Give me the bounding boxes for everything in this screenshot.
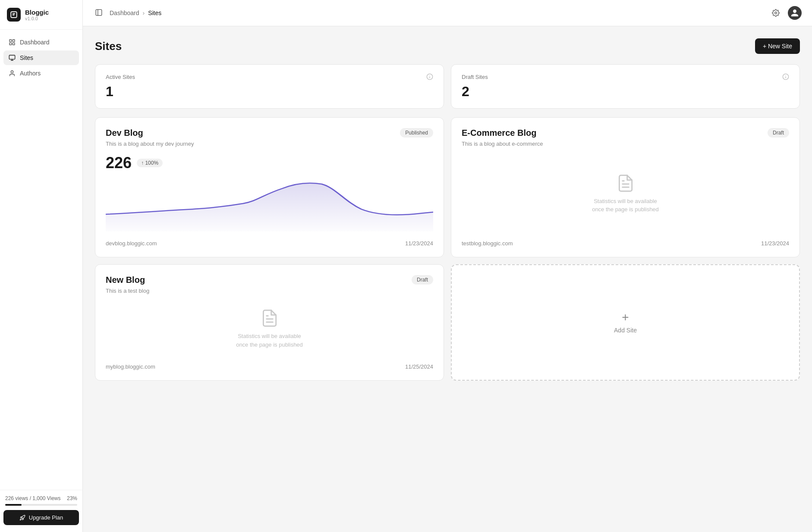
ecommerce-blog-badge: Draft: [768, 128, 789, 138]
sidebar-label-dashboard: Dashboard: [20, 39, 50, 46]
sidebar-icon: [95, 9, 103, 16]
new-blog-url: myblog.bloggic.com: [106, 363, 155, 370]
new-blog-badge: Draft: [412, 275, 433, 285]
active-sites-value: 1: [106, 84, 433, 100]
breadcrumb-separator: ›: [143, 9, 145, 16]
sidebar-label-authors: Authors: [20, 70, 41, 77]
dev-blog-stat-badge: ↑ 100%: [137, 159, 163, 167]
page-title: Sites: [95, 40, 122, 53]
new-site-button[interactable]: + New Site: [755, 38, 800, 54]
add-site-card[interactable]: + Add Site: [451, 264, 800, 381]
sidebar-item-dashboard[interactable]: Dashboard: [3, 35, 79, 50]
info-icon-draft[interactable]: [782, 73, 789, 80]
stat-card-draft: Draft Sites 2: [451, 64, 800, 109]
app-version: v1.0.0: [25, 16, 49, 21]
sites-grid: Dev Blog Published This is a blog about …: [95, 117, 800, 381]
views-label: 226 views / 1,000 Views: [5, 495, 61, 501]
dev-blog-chart: [106, 175, 433, 233]
views-pct: 23%: [67, 495, 77, 501]
breadcrumb-parent[interactable]: Dashboard: [110, 9, 139, 16]
topbar: Dashboard › Sites: [83, 0, 812, 26]
new-blog-date: 11/25/2024: [405, 363, 433, 370]
sidebar-toggle-button[interactable]: [93, 7, 104, 19]
settings-icon: [772, 9, 780, 17]
active-sites-label: Active Sites: [106, 74, 135, 80]
site-card-ecommerce-blog[interactable]: E-Commerce Blog Draft This is a blog abo…: [451, 117, 800, 257]
logo-icon: [7, 8, 21, 22]
no-stats-icon: [616, 174, 635, 193]
info-icon-active[interactable]: [426, 73, 433, 80]
sidebar-item-sites[interactable]: Sites: [3, 50, 79, 65]
stats-row: Active Sites 1 Draft Sites 2: [95, 64, 800, 109]
page-header: Sites + New Site: [95, 38, 800, 54]
site-card-new-blog[interactable]: New Blog Draft This is a test blog Stati…: [95, 264, 444, 381]
stat-card-active: Active Sites 1: [95, 64, 444, 109]
ecommerce-blog-desc: This is a blog about e-commerce: [462, 141, 789, 147]
new-blog-title: New Blog: [106, 275, 145, 285]
dev-blog-title: Dev Blog: [106, 128, 143, 138]
svg-point-8: [775, 12, 777, 14]
site-card-dev-blog[interactable]: Dev Blog Published This is a blog about …: [95, 117, 444, 257]
dashboard-icon: [9, 39, 16, 46]
page-content: Sites + New Site Active Sites 1 Draft Si…: [83, 26, 812, 532]
breadcrumb: Dashboard › Sites: [110, 9, 161, 16]
user-icon: [790, 9, 799, 17]
add-site-label: Add Site: [614, 327, 637, 334]
topbar-actions: [769, 6, 802, 20]
svg-rect-7: [96, 9, 102, 16]
dev-blog-date: 11/23/2024: [405, 240, 433, 247]
svg-point-6: [11, 71, 13, 73]
svg-rect-3: [13, 43, 15, 45]
upgrade-button[interactable]: Upgrade Plan: [3, 510, 79, 525]
authors-icon: [9, 70, 16, 77]
main-content: Dashboard › Sites Sites + New Site: [83, 0, 812, 532]
sidebar-footer: 226 views / 1,000 Views 23% Upgrade Plan: [0, 490, 82, 532]
avatar[interactable]: [788, 6, 802, 20]
draft-sites-value: 2: [462, 84, 789, 100]
progress-fill: [5, 504, 22, 506]
ecommerce-blog-empty: Statistics will be availableonce the pag…: [462, 154, 789, 233]
rocket-icon: [19, 515, 25, 521]
new-blog-empty-text: Statistics will be availableonce the pag…: [236, 332, 303, 349]
dev-blog-desc: This is a blog about my dev journey: [106, 141, 433, 147]
sidebar-label-sites: Sites: [20, 54, 33, 61]
ecommerce-blog-url: testblog.bloggic.com: [462, 240, 513, 247]
sidebar: Bloggic v1.0.0 Dashboard Sites Authors 2…: [0, 0, 83, 532]
ecommerce-blog-title: E-Commerce Blog: [462, 128, 536, 138]
draft-sites-label: Draft Sites: [462, 74, 488, 80]
app-name: Bloggic: [25, 9, 49, 16]
dev-blog-badge: Published: [400, 128, 433, 138]
sidebar-item-authors[interactable]: Authors: [3, 66, 79, 81]
ecommerce-blog-date: 11/23/2024: [761, 240, 789, 247]
svg-rect-1: [9, 40, 12, 42]
svg-rect-4: [9, 43, 12, 45]
sites-icon: [9, 54, 16, 61]
svg-rect-5: [9, 55, 15, 59]
settings-button[interactable]: [769, 6, 783, 20]
upgrade-label: Upgrade Plan: [29, 514, 63, 521]
new-blog-empty: Statistics will be availableonce the pag…: [106, 301, 433, 357]
ecommerce-empty-text: Statistics will be availableonce the pag…: [592, 197, 659, 214]
dev-blog-url: devblog.bloggic.com: [106, 240, 157, 247]
dev-blog-stat: 226: [106, 154, 132, 172]
no-stats-icon-2: [260, 309, 279, 328]
breadcrumb-current: Sites: [148, 9, 161, 16]
new-blog-desc: This is a test blog: [106, 288, 433, 294]
svg-rect-2: [13, 40, 15, 42]
add-site-plus-icon: +: [622, 311, 629, 323]
sidebar-nav: Dashboard Sites Authors: [0, 30, 82, 490]
app-logo: Bloggic v1.0.0: [0, 0, 82, 30]
progress-bar: [5, 504, 77, 506]
